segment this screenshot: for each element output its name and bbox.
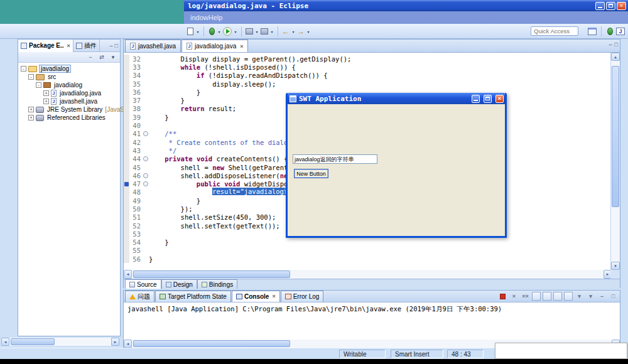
horizontal-scrollbar[interactable]: ◂ ▸ — [124, 270, 612, 279]
tree-expander-icon[interactable]: - — [36, 82, 41, 88]
console-view-tab[interactable]: 问题 — [125, 291, 154, 302]
tree-item[interactable]: -src — [18, 73, 120, 81]
editor-tab[interactable]: javashell.java — [125, 40, 181, 52]
fold-collapse-icon[interactable]: - — [143, 181, 148, 186]
coverage-icon[interactable] — [260, 26, 269, 37]
minimize-button[interactable] — [595, 2, 605, 10]
scroll-lock-icon[interactable] — [543, 292, 551, 301]
collapse-all-icon[interactable]: − — [86, 53, 95, 62]
scroll-right-icon[interactable]: ▸ — [111, 338, 119, 346]
tree-expander-icon[interactable]: + — [43, 90, 49, 96]
debug-perspective-icon[interactable] — [605, 26, 614, 37]
dialog-text-field[interactable]: javadialog返回的字符串 — [293, 154, 377, 164]
tab-source[interactable]: Source — [125, 279, 161, 289]
open-console-icon[interactable]: ▾ — [586, 292, 595, 301]
maximize-button[interactable] — [484, 95, 492, 103]
pin-console-icon[interactable] — [564, 292, 573, 301]
terminate-icon[interactable] — [498, 292, 507, 301]
tree-item[interactable]: +javadialog.java — [18, 89, 120, 97]
run-icon[interactable] — [222, 26, 232, 37]
debug-icon[interactable] — [207, 26, 216, 37]
tab-design[interactable]: Design — [161, 279, 197, 289]
console-output[interactable]: javashell [Java Application] C:\Program … — [124, 302, 620, 340]
view-menu-icon[interactable]: ▾ — [109, 53, 117, 62]
java-perspective-icon[interactable]: J — [615, 26, 625, 37]
scroll-thumb[interactable] — [612, 66, 619, 207]
new-wizard-icon[interactable] — [186, 26, 195, 37]
scroll-left-icon[interactable]: ◂ — [124, 270, 132, 279]
minimize-view-icon[interactable]: – — [597, 292, 607, 301]
vertical-scrollbar[interactable]: ▴ ▾ — [610, 53, 620, 270]
tree-item[interactable]: +Referenced Libraries — [18, 114, 120, 122]
chevron-down-icon[interactable]: ▾ — [217, 26, 222, 37]
chevron-down-icon[interactable]: ▾ — [195, 26, 200, 37]
back-icon[interactable]: ← — [281, 26, 290, 37]
close-tab-icon[interactable]: × — [67, 43, 70, 49]
display-console-icon[interactable]: ▾ — [575, 292, 584, 301]
forward-icon[interactable]: → — [296, 26, 305, 37]
view-tab[interactable]: 插件 — [73, 40, 100, 52]
maximize-button[interactable] — [606, 2, 615, 10]
scroll-track[interactable] — [132, 270, 604, 279]
clear-console-icon[interactable] — [532, 292, 541, 301]
tab-bindings[interactable]: Bindings — [197, 279, 237, 289]
chevron-down-icon[interactable]: ▾ — [254, 26, 259, 37]
close-button[interactable]: × — [617, 2, 626, 10]
chevron-down-icon[interactable]: ▾ — [269, 26, 274, 37]
new-button[interactable]: New Button — [294, 169, 328, 178]
scroll-left-icon[interactable]: ◂ — [124, 340, 132, 348]
minimize-view-icon[interactable]: – — [609, 41, 612, 48]
scroll-track[interactable] — [9, 338, 111, 346]
menu-item[interactable]: indow — [190, 14, 208, 21]
console-view-tab[interactable]: Target Platform State — [155, 291, 231, 302]
code-text[interactable]: Display display = getParent().getDisplay… — [149, 55, 612, 63]
close-tab-icon[interactable]: × — [272, 293, 275, 299]
link-with-editor-icon[interactable]: ⇄ — [97, 53, 106, 62]
code-text[interactable]: } — [149, 255, 612, 263]
scroll-down-icon[interactable]: ▾ — [611, 262, 620, 270]
tree-item[interactable]: -javadialog — [18, 65, 120, 73]
editor-tab[interactable]: javadialog.java× — [181, 40, 248, 52]
menu-item[interactable]: Help — [208, 14, 223, 21]
maximize-view-icon[interactable]: □ — [115, 43, 118, 49]
open-perspective-icon[interactable] — [587, 26, 597, 37]
code-text[interactable]: } — [149, 238, 612, 246]
code-text[interactable]: display.sleep(); — [149, 80, 612, 88]
scroll-thumb[interactable] — [133, 340, 290, 347]
tree-expander-icon[interactable]: + — [43, 99, 49, 104]
fold-collapse-icon[interactable]: - — [143, 173, 148, 178]
scroll-thumb[interactable] — [11, 338, 55, 345]
chevron-down-icon[interactable]: ▾ — [233, 26, 238, 37]
minimize-view-icon[interactable]: – — [110, 43, 113, 49]
scroll-up-icon[interactable]: ▴ — [611, 53, 620, 61]
chevron-down-icon[interactable]: ▾ — [291, 26, 296, 37]
scroll-track[interactable] — [611, 61, 620, 262]
explorer-horizontal-scrollbar[interactable]: ◂ ▸ — [1, 338, 119, 346]
code-text[interactable]: while (!shell.isDisposed()) { — [149, 63, 612, 71]
remove-all-launches-icon[interactable]: ×× — [521, 292, 530, 301]
chevron-down-icon[interactable]: ▾ — [306, 26, 311, 37]
eclipse-titlebar[interactable]: log/javadialog.java - Eclipse × — [184, 0, 628, 11]
maximize-view-icon[interactable]: □ — [609, 292, 618, 301]
fold-collapse-icon[interactable]: - — [143, 131, 148, 136]
view-tab[interactable]: Package E..× — [18, 40, 73, 52]
code-text[interactable]: if (!display.readAndDispatch()) { — [149, 72, 612, 79]
tree-expander-icon[interactable]: - — [28, 74, 34, 80]
word-wrap-icon[interactable] — [553, 292, 562, 301]
fold-collapse-icon[interactable]: - — [143, 156, 148, 161]
console-view-tab[interactable]: Console× — [232, 291, 280, 302]
tree-item[interactable]: +JRE System Library[JavaSE-1. — [18, 105, 120, 114]
tree-expander-icon[interactable]: - — [21, 66, 26, 72]
remove-launch-icon[interactable]: × — [509, 292, 519, 301]
maximize-view-icon[interactable]: □ — [615, 41, 618, 48]
close-tab-icon[interactable]: × — [240, 43, 243, 50]
minimize-button[interactable] — [472, 95, 480, 103]
console-view-tab[interactable]: Error Log — [281, 291, 324, 302]
scroll-thumb[interactable] — [133, 270, 290, 278]
tree-expander-icon[interactable]: + — [28, 107, 34, 112]
external-tools-icon[interactable] — [245, 26, 254, 37]
close-button[interactable]: × — [495, 95, 504, 103]
tree-expander-icon[interactable]: + — [28, 115, 34, 120]
tree-item[interactable]: +javashell.java — [18, 97, 120, 105]
tree-item[interactable]: -javadialog — [18, 81, 120, 89]
